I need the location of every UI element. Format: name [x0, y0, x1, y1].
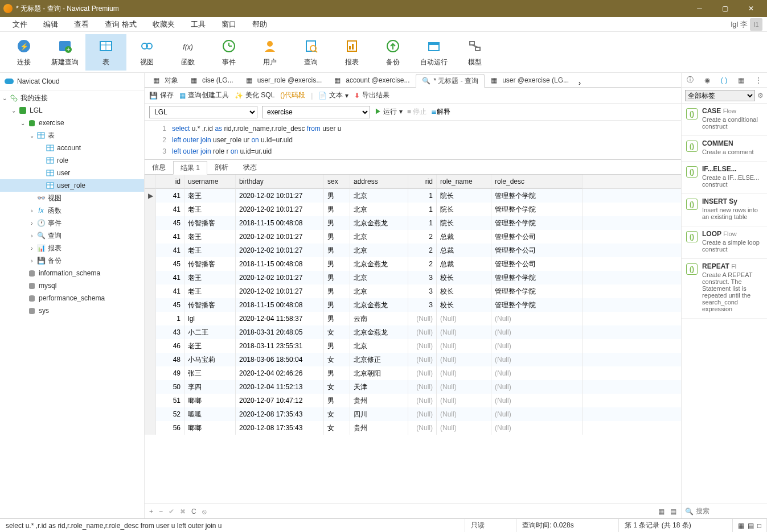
sql-editor[interactable]: 123 select u.* ,r.id as rid,r.role_name,… [145, 121, 681, 160]
settings-icon[interactable]: ⚙ [757, 92, 764, 100]
snippet-REPEAT[interactable]: ()REPEAT FlCreate A REPEAT construct. Th… [682, 259, 767, 319]
tree-table-role[interactable]: role [0, 154, 144, 167]
result-tab-状态[interactable]: 状态 [236, 160, 264, 174]
table-row[interactable]: 52呱呱2020-12-08 17:35:43女四川(Null)(Null)(N… [145, 407, 681, 421]
tab-对象[interactable]: ▦对象 [147, 73, 184, 87]
col-birthday[interactable]: birthday [236, 175, 324, 188]
cancel-button[interactable]: ✖ [180, 508, 186, 515]
table-row[interactable]: 49张三2020-12-04 02:46:26男北京朝阳(Null)(Null)… [145, 366, 681, 380]
delete-row-button[interactable]: − [159, 508, 163, 515]
toolbar-backup[interactable]: 备份 [372, 34, 413, 71]
menu-编辑[interactable]: 编辑 [35, 19, 66, 30]
col-sex[interactable]: sex [324, 175, 350, 188]
tab-cise (LG...[interactable]: ▦cise (LG... [184, 73, 240, 87]
text-button[interactable]: 📄文本 ▾ [318, 90, 348, 100]
search-placeholder[interactable]: 搜索 [696, 506, 709, 516]
table-row[interactable]: 41老王2020-12-02 10:01:27男北京2总裁管理整个公司 [145, 230, 681, 244]
save-button[interactable]: 💾保存 [149, 90, 174, 100]
col-role_desc[interactable]: role_desc [491, 175, 583, 188]
tree-node-查询[interactable]: ›🔍查询 [0, 229, 144, 242]
snippet-LOOP[interactable]: ()LOOP FlowCreate a simple loop construc… [682, 226, 767, 259]
snippet-CASE[interactable]: ()CASE FlowCreate a conditional construc… [682, 104, 767, 136]
table-row[interactable]: 56啷啷2020-12-08 17:35:43女贵州(Null)(Null)(N… [145, 421, 681, 435]
result-tab-结果 1[interactable]: 结果 1 [173, 161, 207, 175]
table-row[interactable]: 45传智播客2018-11-15 00:48:08男北京金燕龙2总裁管理整个公司 [145, 257, 681, 271]
tree-table-user_role[interactable]: user_role [0, 179, 144, 192]
tab-user @exercise (LG...[interactable]: ▦user @exercise (LG... [485, 73, 575, 87]
table-row[interactable]: 1lgl2020-12-04 11:58:37男云南(Null)(Null)(N… [145, 312, 681, 325]
table-row[interactable]: 48小马宝莉2018-03-06 18:50:04女北京修正(Null)(Nul… [145, 353, 681, 366]
run-button[interactable]: ▶ 运行 ▾ [375, 107, 403, 117]
beautify-sql-button[interactable]: ✨美化 SQL [235, 90, 274, 100]
tree-node-视图[interactable]: 👓视图 [0, 192, 144, 204]
code-snippet-button[interactable]: ()代码段 [280, 90, 305, 100]
eye-icon[interactable]: ◉ [704, 76, 710, 84]
table-row[interactable]: 46老王2018-03-11 23:55:31男北京(Null)(Null)(N… [145, 339, 681, 353]
menu-工具[interactable]: 工具 [183, 19, 214, 30]
tree-tables-folder[interactable]: ⌄表 [0, 129, 144, 142]
avatar[interactable]: I1 [750, 18, 762, 31]
table-row[interactable]: 43小二王2018-03-31 20:48:05女北京金燕龙(Null)(Nul… [145, 325, 681, 339]
maximize-button[interactable]: ▢ [712, 0, 738, 17]
col-role_name[interactable]: role_name [437, 175, 491, 188]
tag-filter-select[interactable]: 全部标签 [685, 90, 755, 101]
snippet-IF...ELSE...[interactable]: ()IF...ELSE... Create a IF...ELSE... con… [682, 162, 767, 194]
object-tree[interactable]: ⌄我的连接⌄LGL⌄exercise⌄表accountroleuseruser_… [0, 92, 144, 518]
tree-db-exercise[interactable]: ⌄exercise [0, 117, 144, 129]
table-row[interactable]: 41老王2020-12-02 10:01:27男北京1院长管理整个学院 [145, 203, 681, 216]
tree-conn[interactable]: ⌄LGL [0, 104, 144, 117]
menu-查询 格式[interactable]: 查询 格式 [97, 19, 145, 30]
result-tab-剖析[interactable]: 剖析 [207, 160, 236, 174]
table-row[interactable]: 41老王2020-12-02 10:01:27男北京2总裁管理整个公司 [145, 244, 681, 257]
menu-查看[interactable]: 查看 [66, 19, 97, 30]
apply-button[interactable]: ✔ [169, 508, 174, 515]
table-row[interactable]: 45传智播客2018-11-15 00:48:08男北京金燕龙1院长管理整个学院 [145, 216, 681, 230]
tab-account @exercise...[interactable]: ▦account @exercise... [328, 73, 416, 87]
tree-db-sys[interactable]: sys [0, 304, 144, 317]
close-button[interactable]: ✕ [738, 0, 764, 17]
tree-node-备份[interactable]: ›💾备份 [0, 254, 144, 267]
result-grid[interactable]: idusernamebirthdaysexaddressridrole_name… [145, 175, 681, 504]
tree-node-报表[interactable]: ›📊报表 [0, 242, 144, 254]
export-result-button[interactable]: ⬇导出结果 [354, 90, 389, 100]
query-builder-button[interactable]: ▦查询创建工具 [179, 90, 229, 100]
tree-node-事件[interactable]: ›🕐事件 [0, 217, 144, 229]
toolbar-auto[interactable]: 自动运行 [413, 34, 454, 71]
toolbar-report[interactable]: 报表 [331, 34, 372, 71]
refresh-button[interactable]: C [191, 508, 196, 515]
grid-view-icon[interactable]: ▦ [658, 508, 665, 515]
tree-db-mysql[interactable]: mysql [0, 279, 144, 292]
info-icon[interactable]: ⓘ [687, 75, 694, 85]
table-row[interactable]: 41老王2020-12-02 10:01:27男北京3校长管理整个学院 [145, 284, 681, 298]
toolbar-model[interactable]: 模型 [454, 34, 495, 71]
table-row[interactable]: 45传智播客2018-11-15 00:48:08男北京金燕龙3校长管理整个学院 [145, 298, 681, 312]
toolbar-table[interactable]: 表 [85, 34, 126, 71]
last-mode-icon[interactable]: □ [757, 522, 761, 530]
toolbar-clock[interactable]: 事件 [208, 34, 249, 71]
form-view-icon[interactable]: ▤ [670, 508, 676, 515]
menu-窗口[interactable]: 窗口 [214, 19, 244, 30]
tree-node-函数[interactable]: ›fx函数 [0, 204, 144, 217]
braces-icon[interactable]: ( ) [721, 76, 727, 84]
grid-icon[interactable]: ▦ [738, 76, 744, 84]
table-row[interactable]: 41老王2020-12-02 10:01:27男北京3校长管理整个学院 [145, 271, 681, 284]
tree-table-account[interactable]: account [0, 142, 144, 154]
database-select[interactable]: exercise [262, 106, 370, 118]
detail-mode-icon[interactable]: ▤ [748, 522, 754, 530]
col-id[interactable]: id [156, 175, 184, 188]
tab-user_role @exercis...[interactable]: ▦user_role @exercis... [240, 73, 329, 87]
col-username[interactable]: username [184, 175, 236, 188]
menu-帮助[interactable]: 帮助 [244, 19, 275, 30]
tab-* 无标题 - 查询[interactable]: 🔍* 无标题 - 查询 [416, 74, 485, 88]
menu-收藏夹[interactable]: 收藏夹 [145, 19, 183, 30]
stop-button[interactable]: ■ 停止 [407, 107, 427, 117]
toolbar-newq[interactable]: +新建查询 [44, 34, 85, 71]
explain-button[interactable]: ≣解释 [431, 107, 450, 117]
snippet-INSERT Sy[interactable]: ()INSERT Sy Insert new rows into an exis… [682, 194, 767, 226]
toolbar-plug[interactable]: ⚡连接 [3, 34, 44, 71]
tab-overflow-button[interactable]: › [575, 79, 584, 87]
table-row[interactable]: ▶41老王2020-12-02 10:01:27男北京1院长管理整个学院 [145, 189, 681, 203]
toolbar-user[interactable]: 用户 [249, 34, 290, 71]
user-label[interactable]: lgl 李 [731, 19, 748, 30]
menu-文件[interactable]: 文件 [5, 19, 35, 30]
